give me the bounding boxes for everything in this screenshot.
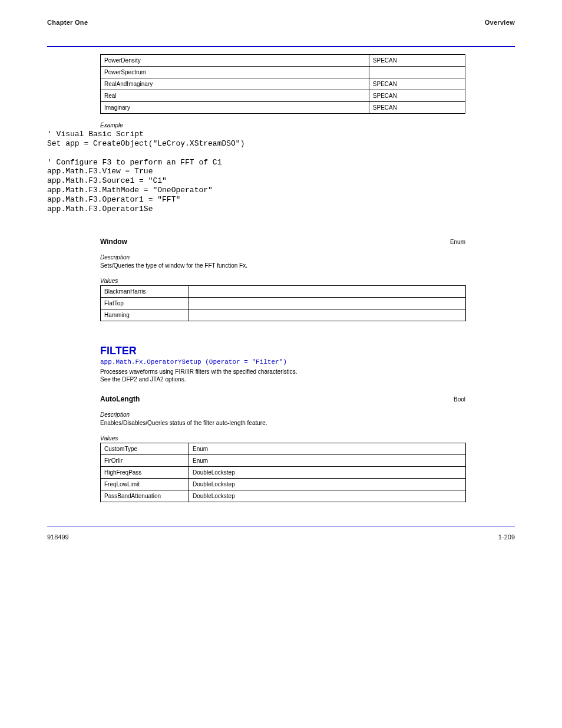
member-type: Enum xyxy=(450,239,465,245)
top-rule xyxy=(47,46,515,47)
desc-text-2: Enables/Disables/Queries status of the f… xyxy=(100,419,465,427)
table-cell xyxy=(189,309,466,321)
table-row: PowerDensitySPECAN xyxy=(101,55,465,67)
chapter: Chapter One xyxy=(47,19,88,26)
member-autolength-row: AutoLength Bool xyxy=(100,395,465,403)
bottom-rule xyxy=(47,526,515,526)
table-cell: DoubleLockstep xyxy=(189,490,466,502)
table-cell: Real xyxy=(101,90,369,102)
member-window-row: Window Enum xyxy=(100,238,465,246)
filter-desc: Processes waveforms using FIR/IIR filter… xyxy=(100,368,465,383)
autolength-values-table: CustomTypeEnumFirOrIirEnumHighFreqPassDo… xyxy=(100,443,466,502)
table-cell: CustomType xyxy=(101,443,189,454)
desc-label: Description xyxy=(100,254,515,261)
table-row: RealAndImaginarySPECAN xyxy=(101,78,465,90)
table-cell: PowerSpectrum xyxy=(101,67,369,78)
table-cell: Enum xyxy=(189,454,466,466)
table-row: PassBandAttenuationDoubleLockstep xyxy=(101,490,466,502)
table-row: FlatTop xyxy=(101,297,466,309)
table-cell: FirOrIir xyxy=(101,454,189,466)
member-name: Window xyxy=(100,238,127,246)
desc-text: Sets/Queries the type of window for the … xyxy=(100,262,465,269)
table-cell: RealAndImaginary xyxy=(101,78,369,90)
footer-right: 1-209 xyxy=(498,533,515,541)
table-cell xyxy=(189,297,466,309)
table-cell: FlatTop xyxy=(101,297,189,309)
table-row: HighFreqPassDoubleLockstep xyxy=(101,466,466,478)
table-cell: Imaginary xyxy=(101,102,369,114)
footer-left: 918499 xyxy=(47,533,69,541)
table-row: FirOrIirEnum xyxy=(101,454,466,466)
table-row: RealSPECAN xyxy=(101,90,465,102)
table-cell: Enum xyxy=(189,443,466,454)
table-cell: SPECAN xyxy=(369,102,465,114)
table-cell: SPECAN xyxy=(369,90,465,102)
desc-label-2: Description xyxy=(100,411,515,418)
member2-type: Bool xyxy=(454,396,465,403)
table-cell: DoubleLockstep xyxy=(189,478,466,490)
table-row: PowerSpectrum xyxy=(101,67,465,78)
table-cell: PassBandAttenuation xyxy=(101,490,189,502)
table-cell: FreqLowLimit xyxy=(101,478,189,490)
table-cell: BlackmanHarris xyxy=(101,285,189,297)
filter-title: FILTER xyxy=(100,345,515,357)
values-label: Values xyxy=(100,278,515,284)
filter-path: app.Math.Fx.OperatorYSetup (Operator = "… xyxy=(100,358,515,365)
window-values-table: BlackmanHarrisFlatTopHamming xyxy=(100,285,466,321)
enum-table: PowerDensitySPECANPowerSpectrumRealAndIm… xyxy=(100,54,465,114)
table-row: FreqLowLimitDoubleLockstep xyxy=(101,478,466,490)
table-row: Hamming xyxy=(101,309,466,321)
values-label-2: Values xyxy=(100,435,515,442)
example-label: Example xyxy=(100,122,515,129)
table-cell: SPECAN xyxy=(369,55,465,67)
table-cell xyxy=(189,285,466,297)
table-cell: DoubleLockstep xyxy=(189,466,466,478)
table-cell xyxy=(369,67,465,78)
table-row: BlackmanHarris xyxy=(101,285,466,297)
table-cell: PowerDensity xyxy=(101,55,369,67)
code-block: ' Visual Basic Script Set app = CreateOb… xyxy=(47,130,515,214)
chapter-sub: Overview xyxy=(485,19,515,26)
table-cell: Hamming xyxy=(101,309,189,321)
table-cell: SPECAN xyxy=(369,78,465,90)
table-row: CustomTypeEnum xyxy=(101,443,466,454)
table-cell: HighFreqPass xyxy=(101,466,189,478)
table-row: ImaginarySPECAN xyxy=(101,102,465,114)
member2-name: AutoLength xyxy=(100,395,140,403)
